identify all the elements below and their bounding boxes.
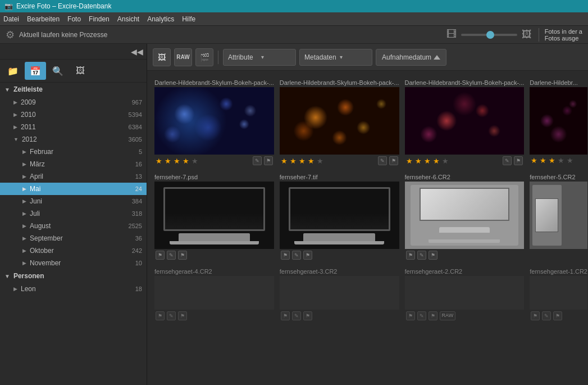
- photo-mark-icon3[interactable]: ⚑: [178, 311, 187, 320]
- photo-cell-bokeh1[interactable]: Darlene-Hildebrandt-Skylum-Bokeh-pack-..…: [152, 75, 277, 170]
- photo-edit-icon[interactable]: ✎: [253, 156, 262, 165]
- date-sort-btn[interactable]: Aufnahmedatum: [376, 49, 446, 66]
- sidebar-item-2011[interactable]: ▶ 2011 6384: [0, 121, 147, 133]
- sidebar-item-2012[interactable]: ▼ 2012 3605: [0, 133, 147, 146]
- photo-mark-icon3[interactable]: ⚑: [303, 311, 312, 320]
- menu-datei[interactable]: Datei: [3, 15, 19, 23]
- metadata-dropdown[interactable]: Metadaten ▾: [299, 49, 372, 66]
- photo-edit-icon[interactable]: ✎: [503, 156, 512, 165]
- photo-thumbnail: [154, 182, 274, 249]
- photo-stars-row: ⚑ ✎ ⚑ RAW: [405, 310, 525, 322]
- sidebar-item-oktober[interactable]: ▶Oktober 242: [0, 244, 147, 257]
- photo-edit-icon3[interactable]: ✎: [167, 311, 176, 320]
- menu-foto[interactable]: Foto: [67, 15, 81, 23]
- photo-stars-row: ★ ★ ★ ★ ★ ✎ ⚑: [154, 155, 274, 167]
- sidebar-tab-search[interactable]: 🔍: [47, 62, 69, 80]
- photo-filename: fernsehgeraet-3.CR2: [280, 267, 399, 276]
- photos-in-db: Fotos in der a: [545, 28, 582, 35]
- photo-cell-tv4[interactable]: fernseher-5.CR2: [527, 170, 588, 264]
- menu-ansicht[interactable]: Ansicht: [117, 15, 139, 23]
- photo-cell-fg1[interactable]: fernsehgeraet-1.CR2 ⚑ ✎ ⚑: [527, 264, 588, 325]
- photo-thumbnail: [154, 276, 274, 310]
- sidebar-item-maerz[interactable]: ▶März 16: [0, 158, 147, 170]
- photo-mark-icon[interactable]: ⚑: [178, 251, 187, 260]
- photo-edit-icon2[interactable]: ✎: [417, 251, 426, 260]
- menu-finden[interactable]: Finden: [89, 15, 110, 23]
- photo-cell-fg4[interactable]: fernsehgeraet-4.CR2 ⚑ ✎ ⚑: [152, 264, 277, 325]
- photo-cell-bokeh4[interactable]: Darlene-Hildebr... ★ ★ ★ ★ ★: [527, 75, 588, 170]
- photo-thumbnail: [405, 87, 525, 155]
- personen-header[interactable]: ▼ Personen: [0, 269, 147, 283]
- photo-edit-icon2[interactable]: ✎: [167, 251, 176, 260]
- sidebar-item-2010[interactable]: ▶ 2010 5394: [0, 108, 147, 121]
- photo-edit-icon2[interactable]: ✎: [292, 251, 301, 260]
- photo-edit-icon3[interactable]: ✎: [542, 311, 551, 320]
- sidebar-item-2009[interactable]: ▶ 2009 967: [0, 96, 147, 108]
- sidebar-item-leon[interactable]: ▶ Leon 18: [0, 283, 147, 295]
- star-5: ★: [317, 157, 323, 165]
- photo-flag-icon2[interactable]: ⚑: [406, 251, 415, 260]
- sidebar-item-april[interactable]: ▶April 13: [0, 170, 147, 183]
- photo-flag-icon[interactable]: ⚑: [389, 156, 398, 165]
- photo-cell-bokeh3[interactable]: Darlene-Hildebrandt-Skylum-Bokeh-pack-..…: [402, 75, 527, 170]
- sidebar-item-juni[interactable]: ▶Juni 384: [0, 195, 147, 207]
- sidebar-collapse-btn[interactable]: ◀◀: [131, 47, 143, 56]
- image-view-btn[interactable]: 🖼: [153, 48, 171, 66]
- zoom-slider[interactable]: [461, 34, 517, 36]
- sidebar-item-februar[interactable]: ▶Februar 5: [0, 146, 147, 158]
- photo-stars-row: ★ ★ ★ ★ ★ ✎ ⚑: [405, 155, 525, 167]
- photo-edit-icon3[interactable]: ✎: [292, 311, 301, 320]
- attribute-dropdown-arrow: ▾: [261, 54, 291, 60]
- menu-bearbeiten[interactable]: Bearbeiten: [27, 15, 60, 23]
- photo-cell-fg2[interactable]: fernsehgeraet-2.CR2 ⚑ ✎ ⚑ RAW: [402, 264, 527, 325]
- photo-flag-icon2[interactable]: ⚑: [281, 251, 290, 260]
- sidebar-item-august[interactable]: ▶August 2525: [0, 220, 147, 232]
- photo-cell-tv2[interactable]: fernseher-7.tif ⚑ ✎ ⚑: [277, 170, 402, 264]
- sort-arrow-icon: [434, 55, 440, 60]
- metadata-dropdown-arrow: ▾: [340, 54, 367, 60]
- photo-mark-icon3[interactable]: ⚑: [553, 311, 562, 320]
- menu-hilfe[interactable]: Hilfe: [182, 15, 195, 23]
- photo-flag-icon3[interactable]: ⚑: [406, 311, 415, 320]
- menu-analytics[interactable]: Analytics: [147, 15, 174, 23]
- sidebar-item-juli[interactable]: ▶Juli 318: [0, 207, 147, 220]
- photo-cell-tv3[interactable]: fernseher-6.CR2 ⚑ ✎ ⚑: [402, 170, 527, 264]
- photo-cell-bokeh2[interactable]: Darlene-Hildebrandt-Skylum-Bokeh-pack-..…: [277, 75, 402, 170]
- photo-flag-icon[interactable]: ⚑: [514, 156, 523, 165]
- star-3: ★: [549, 156, 555, 165]
- sidebar-item-mai[interactable]: ▶Mai 24: [0, 183, 147, 195]
- photo-filename: Darlene-Hildebr...: [530, 78, 587, 87]
- photo-stars-row: ★ ★ ★ ★ ★: [530, 155, 587, 166]
- star-2: ★: [290, 157, 297, 165]
- raw-btn[interactable]: RAW: [174, 48, 192, 66]
- star-1: ★: [281, 157, 288, 165]
- photo-cell-tv1[interactable]: fernseher-7.psd ⚑ ✎ ⚑: [152, 170, 277, 264]
- photo-stars-row: ⚑ ✎ ⚑: [530, 310, 587, 322]
- sidebar-tab-timeline[interactable]: 📅: [25, 62, 46, 80]
- sidebar-item-september[interactable]: ▶September 36: [0, 232, 147, 244]
- star-2: ★: [165, 157, 171, 165]
- photo-mark-icon[interactable]: ⚑: [303, 251, 312, 260]
- photo-edit-icon3[interactable]: ✎: [417, 311, 426, 320]
- photo-filename: fernsehgeraet-4.CR2: [154, 267, 274, 276]
- sidebar-item-november[interactable]: ▶November 10: [0, 257, 147, 269]
- star-1: ★: [531, 156, 537, 165]
- photo-flag-icon[interactable]: ⚑: [264, 156, 273, 165]
- star-4: ★: [308, 157, 314, 165]
- zeitleiste-header[interactable]: ▼ Zeitleiste: [0, 83, 147, 96]
- sidebar-content: ▼ Zeitleiste ▶ 2009 967 ▶ 2010 5394: [0, 83, 147, 385]
- photo-flag-icon3[interactable]: ⚑: [531, 311, 540, 320]
- attribute-dropdown[interactable]: Attribute ▾: [223, 49, 296, 66]
- photo-mark-icon3[interactable]: ⚑: [429, 311, 437, 320]
- sidebar-tab-folder[interactable]: 📁: [2, 62, 24, 80]
- photo-flag-icon3[interactable]: ⚑: [281, 311, 290, 320]
- photo-cell-fg3[interactable]: fernsehgeraet-3.CR2 ⚑ ✎ ⚑: [277, 264, 402, 325]
- photo-edit-icon[interactable]: ✎: [378, 156, 387, 165]
- filmstrip-icon: 🎞: [446, 29, 457, 40]
- video-btn[interactable]: 🎬: [195, 48, 213, 66]
- gear-icon: ⚙: [6, 29, 15, 41]
- photo-flag-icon3[interactable]: ⚑: [156, 311, 165, 320]
- sidebar-tab-gallery[interactable]: 🖼: [70, 62, 91, 80]
- photo-flag-icon2[interactable]: ⚑: [156, 251, 165, 260]
- photo-mark-icon[interactable]: ⚑: [429, 251, 437, 260]
